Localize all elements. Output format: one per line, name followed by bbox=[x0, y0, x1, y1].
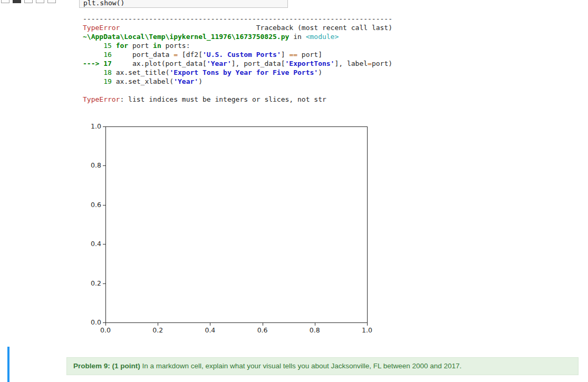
toolbar-button[interactable] bbox=[13, 0, 21, 3]
traceback-token: 16 bbox=[83, 51, 116, 58]
y-tick-mark bbox=[103, 126, 105, 127]
x-tick-mark bbox=[315, 323, 315, 326]
traceback-token: ports: bbox=[161, 42, 190, 50]
traceback-token: for bbox=[116, 42, 128, 50]
traceback-token: 15 bbox=[83, 42, 116, 50]
traceback-token: : list indices must be integers or slice… bbox=[120, 95, 326, 103]
traceback-token: in bbox=[289, 33, 305, 41]
traceback-token: [df2[ bbox=[178, 51, 203, 58]
plot-axes bbox=[105, 126, 368, 323]
traceback-token: ax.set_title( bbox=[116, 68, 170, 76]
toolbar-button[interactable] bbox=[36, 0, 44, 3]
traceback-token: port) bbox=[372, 60, 392, 67]
traceback-token: port] bbox=[297, 51, 322, 58]
code-cell-text: plt.show() bbox=[83, 0, 124, 7]
traceback-line bbox=[83, 86, 392, 95]
x-tick-mark bbox=[105, 323, 106, 326]
y-tick-mark bbox=[103, 283, 105, 284]
x-tick-label: 0.6 bbox=[252, 326, 273, 334]
traceback-line: TypeError Traceback (most recent call la… bbox=[83, 23, 392, 32]
traceback-line: ---> 17 ax.plot(port_data['Year'], port_… bbox=[83, 59, 392, 68]
jupyter-notebook-screen: { "app": { "name": "Jupyter Notebook" },… bbox=[0, 0, 588, 382]
y-tick-mark bbox=[103, 244, 105, 244]
traceback-token: <module> bbox=[306, 33, 339, 41]
y-tick-label: 0.0 bbox=[79, 318, 101, 326]
traceback-token: port_data bbox=[116, 51, 174, 58]
toolbar-button[interactable] bbox=[24, 0, 33, 3]
traceback-token: ) bbox=[318, 68, 322, 76]
traceback-line: 15 for port in ports: bbox=[83, 41, 392, 50]
y-tick-label: 1.0 bbox=[79, 122, 101, 130]
traceback-token: Traceback (most recent call last) bbox=[256, 24, 392, 32]
traceback-token: TypeError bbox=[83, 95, 120, 103]
traceback-token: in bbox=[153, 42, 161, 50]
toolbar-button[interactable] bbox=[1, 0, 9, 3]
selected-cell-indicator bbox=[7, 347, 9, 382]
traceback-output: ----------------------------------------… bbox=[83, 14, 392, 104]
x-tick-label: 0.4 bbox=[199, 326, 220, 334]
traceback-token: ) bbox=[198, 77, 203, 85]
traceback-token bbox=[120, 24, 256, 32]
y-tick-label: 0.2 bbox=[79, 279, 101, 287]
traceback-token: = bbox=[368, 60, 372, 67]
x-tick-mark bbox=[263, 323, 263, 326]
y-tick-mark bbox=[103, 205, 105, 205]
traceback-token: 18 bbox=[83, 68, 116, 76]
problem-label: Problem 9: (1 point) bbox=[73, 362, 140, 370]
y-tick-label: 0.8 bbox=[79, 161, 101, 169]
x-tick-mark bbox=[158, 323, 158, 326]
x-tick-label: 0.0 bbox=[95, 326, 116, 334]
y-tick-mark bbox=[103, 165, 105, 166]
problem-text: In a markdown cell, explain what your vi… bbox=[140, 362, 462, 370]
traceback-token: == bbox=[289, 51, 297, 58]
traceback-token: 'Year' bbox=[207, 60, 232, 67]
traceback-token: port bbox=[128, 42, 153, 50]
traceback-token: 'Export Tons by Year for Five Ports' bbox=[169, 68, 318, 76]
x-tick-mark bbox=[367, 323, 368, 326]
traceback-token: ], label bbox=[334, 60, 368, 67]
traceback-token: 19 bbox=[83, 77, 116, 85]
y-tick-label: 0.6 bbox=[79, 201, 101, 209]
traceback-line: ~\AppData\Local\Temp\ipykernel_11976\167… bbox=[83, 32, 392, 41]
traceback-token: ax.plot(port_data[ bbox=[116, 60, 207, 67]
traceback-line: TypeError: list indices must be integers… bbox=[83, 95, 392, 104]
x-tick-label: 0.8 bbox=[304, 326, 325, 334]
x-tick-label: 1.0 bbox=[356, 326, 378, 334]
traceback-token: ----------------------------------------… bbox=[83, 15, 392, 23]
x-tick-mark bbox=[210, 323, 210, 326]
traceback-token: = bbox=[173, 51, 178, 58]
y-tick-label: 0.4 bbox=[79, 240, 101, 248]
traceback-line: 19 ax.set_xlabel('Year') bbox=[83, 77, 392, 86]
traceback-token: ] bbox=[281, 51, 290, 58]
traceback-token: ~\AppData\Local\Temp\ipykernel_11976\167… bbox=[83, 33, 289, 41]
x-tick-label: 0.2 bbox=[147, 326, 168, 334]
traceback-token: 'ExportTons' bbox=[285, 60, 335, 67]
traceback-token: 'U.S. Custom Ports' bbox=[203, 51, 281, 58]
traceback-line: ----------------------------------------… bbox=[83, 14, 392, 23]
traceback-token: TypeError bbox=[83, 24, 120, 32]
traceback-token: 'Year' bbox=[173, 77, 198, 85]
traceback-line: 16 port_data = [df2['U.S. Custom Ports']… bbox=[83, 50, 392, 59]
code-cell-input[interactable]: plt.show() bbox=[79, 0, 288, 8]
traceback-token: ], port_data[ bbox=[232, 60, 285, 67]
traceback-line: 18 ax.set_title('Export Tons by Year for… bbox=[83, 68, 392, 77]
markdown-cell-problem9[interactable]: Problem 9: (1 point) In a markdown cell,… bbox=[66, 357, 579, 375]
traceback-token: ax.set_xlabel( bbox=[116, 77, 174, 85]
traceback-token: ---> 17 bbox=[83, 60, 116, 67]
toolbar-button[interactable] bbox=[47, 0, 56, 3]
